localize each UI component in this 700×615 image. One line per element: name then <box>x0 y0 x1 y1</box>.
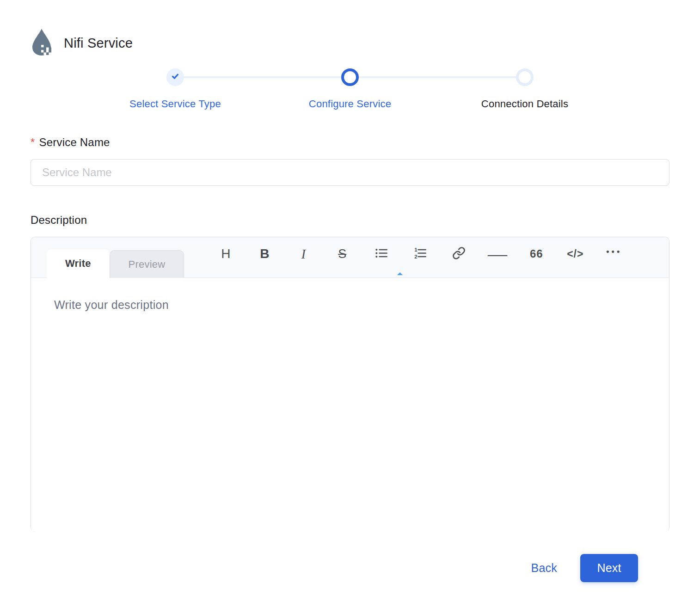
page-title: Nifi Service <box>64 36 133 51</box>
form-actions: Back Next <box>31 554 669 582</box>
step-label: Configure Service <box>309 98 391 110</box>
step-connection-details: Connection Details <box>437 68 612 110</box>
svg-text:1: 1 <box>414 247 418 252</box>
unordered-list-icon <box>375 246 388 261</box>
service-name-label: * Service Name <box>31 136 669 149</box>
code-icon: </> <box>567 248 583 260</box>
svg-text:2: 2 <box>414 254 417 259</box>
step-select-service-type: Select Service Type <box>88 68 263 110</box>
editor-tabs: Write Preview <box>47 249 184 277</box>
markdown-editor: Write Preview H B I S <box>31 237 669 532</box>
nifi-drop-icon <box>31 28 53 58</box>
link-icon <box>452 246 466 261</box>
step-label: Connection Details <box>481 98 568 110</box>
service-name-label-text: Service Name <box>39 136 110 149</box>
step-label: Select Service Type <box>129 98 221 110</box>
code-button[interactable]: </> <box>564 244 586 264</box>
page-header: Nifi Service <box>0 0 700 58</box>
configure-service-form: * Service Name Description Write Preview… <box>0 136 700 582</box>
service-name-input[interactable] <box>31 159 669 186</box>
bold-icon: B <box>260 246 269 261</box>
next-button[interactable]: Next <box>580 554 638 582</box>
heading-icon: H <box>221 246 230 261</box>
step-circle-upcoming <box>516 68 534 86</box>
step-circle-active <box>341 68 359 86</box>
strikethrough-button[interactable]: S <box>331 244 353 264</box>
quote-button[interactable]: 66 <box>525 244 547 264</box>
bold-button[interactable]: B <box>253 244 276 264</box>
editor-body <box>31 278 669 532</box>
description-label: Description <box>31 214 669 227</box>
step-configure-service: Configure Service <box>263 68 437 110</box>
back-button[interactable]: Back <box>531 561 557 575</box>
step-circle-completed <box>166 68 184 86</box>
horizontal-rule-icon: — <box>488 245 508 263</box>
description-label-text: Description <box>31 214 87 227</box>
quote-icon: 66 <box>530 247 543 260</box>
tab-preview[interactable]: Preview <box>110 250 184 278</box>
italic-button[interactable]: I <box>292 244 314 264</box>
wizard-stepper: Select Service Type Configure Service Co… <box>88 68 612 110</box>
unordered-list-button[interactable] <box>370 244 392 264</box>
editor-toolbar: H B I S <box>215 237 625 277</box>
strikethrough-icon: S <box>338 247 346 261</box>
required-marker: * <box>31 136 35 149</box>
tooltip-arrow <box>397 272 403 275</box>
italic-icon: I <box>301 246 306 262</box>
description-textarea[interactable] <box>31 278 669 532</box>
more-icon: ••• <box>606 247 622 261</box>
editor-header: Write Preview H B I S <box>31 237 669 278</box>
ordered-list-button[interactable]: 1 2 <box>409 244 431 264</box>
link-button[interactable] <box>448 244 470 264</box>
horizontal-rule-button[interactable]: — <box>486 244 509 264</box>
heading-button[interactable]: H <box>215 244 237 264</box>
ordered-list-icon: 1 2 <box>413 246 427 261</box>
check-icon <box>171 72 180 83</box>
tab-write[interactable]: Write <box>47 249 110 278</box>
more-button[interactable]: ••• <box>603 244 625 264</box>
